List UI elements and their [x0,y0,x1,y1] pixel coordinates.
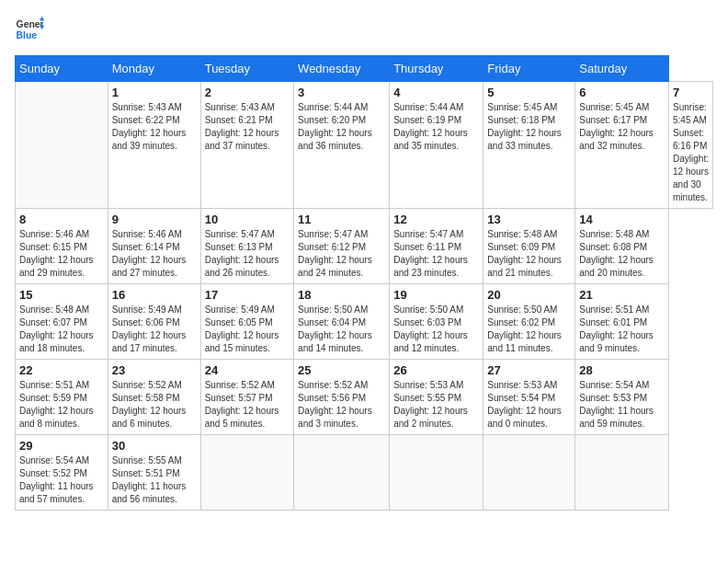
day-number: 9 [112,213,197,226]
day-number: 20 [487,288,571,302]
day-info: Sunrise: 5:49 AM Sunset: 6:06 PM Dayligh… [112,304,197,355]
day-number: 13 [487,213,571,226]
day-info: Sunrise: 5:51 AM Sunset: 6:01 PM Dayligh… [579,304,665,355]
calendar-header-wednesday: Wednesday [294,56,390,82]
day-number: 26 [393,363,479,377]
day-info: Sunrise: 5:45 AM Sunset: 6:16 PM Dayligh… [673,101,709,204]
calendar-header-sunday: Sunday [16,56,108,82]
calendar-week-5: 29Sunrise: 5:54 AM Sunset: 5:52 PM Dayli… [16,435,713,511]
day-info: Sunrise: 5:51 AM Sunset: 5:59 PM Dayligh… [19,379,104,431]
calendar-week-4: 22Sunrise: 5:51 AM Sunset: 5:59 PM Dayli… [16,360,713,435]
calendar-cell: 1Sunrise: 5:43 AM Sunset: 6:22 PM Daylig… [108,82,200,209]
day-info: Sunrise: 5:50 AM Sunset: 6:04 PM Dayligh… [298,304,385,355]
calendar-cell: 7Sunrise: 5:45 AM Sunset: 6:16 PM Daylig… [669,82,713,209]
day-number: 25 [298,363,385,377]
day-number: 7 [673,86,709,99]
calendar-cell [483,435,575,511]
calendar-cell: 16Sunrise: 5:49 AM Sunset: 6:06 PM Dayli… [108,284,200,360]
logo-icon: General Blue [15,15,44,44]
calendar-cell: 21Sunrise: 5:51 AM Sunset: 6:01 PM Dayli… [575,284,669,360]
day-number: 23 [112,363,197,377]
day-number: 15 [19,288,104,302]
day-number: 2 [205,86,290,99]
calendar-cell: 29Sunrise: 5:54 AM Sunset: 5:52 PM Dayli… [16,435,108,511]
day-info: Sunrise: 5:47 AM Sunset: 6:12 PM Dayligh… [298,228,385,280]
calendar-cell: 12Sunrise: 5:47 AM Sunset: 6:11 PM Dayli… [390,209,483,284]
calendar-cell: 14Sunrise: 5:48 AM Sunset: 6:08 PM Dayli… [575,209,669,284]
calendar-cell: 8Sunrise: 5:46 AM Sunset: 6:15 PM Daylig… [16,209,108,284]
calendar-header-saturday: Saturday [575,56,669,82]
day-info: Sunrise: 5:50 AM Sunset: 6:03 PM Dayligh… [393,304,479,355]
calendar-cell: 9Sunrise: 5:46 AM Sunset: 6:14 PM Daylig… [108,209,200,284]
svg-marker-2 [40,17,44,21]
calendar-cell: 26Sunrise: 5:53 AM Sunset: 5:55 PM Dayli… [390,360,483,435]
day-info: Sunrise: 5:54 AM Sunset: 5:53 PM Dayligh… [579,379,665,431]
day-number: 18 [298,288,385,302]
calendar-cell: 23Sunrise: 5:52 AM Sunset: 5:58 PM Dayli… [108,360,200,435]
day-info: Sunrise: 5:47 AM Sunset: 6:13 PM Dayligh… [205,228,290,280]
calendar-table: SundayMondayTuesdayWednesdayThursdayFrid… [15,55,713,511]
day-number: 1 [112,86,197,99]
day-info: Sunrise: 5:53 AM Sunset: 5:54 PM Dayligh… [487,379,571,431]
day-number: 11 [298,213,385,226]
day-number: 30 [112,439,197,453]
calendar-cell: 22Sunrise: 5:51 AM Sunset: 5:59 PM Dayli… [16,360,108,435]
calendar-week-1: 1Sunrise: 5:43 AM Sunset: 6:22 PM Daylig… [16,82,713,209]
calendar-cell: 10Sunrise: 5:47 AM Sunset: 6:13 PM Dayli… [200,209,293,284]
day-number: 12 [393,213,479,226]
calendar-week-2: 8Sunrise: 5:46 AM Sunset: 6:15 PM Daylig… [16,209,713,284]
svg-text:General: General [17,19,44,29]
day-number: 6 [579,86,665,99]
logo: General Blue [15,15,48,44]
calendar-cell: 24Sunrise: 5:52 AM Sunset: 5:57 PM Dayli… [200,360,293,435]
calendar-cell: 5Sunrise: 5:45 AM Sunset: 6:18 PM Daylig… [483,82,575,209]
day-number: 14 [579,213,665,226]
day-info: Sunrise: 5:44 AM Sunset: 6:20 PM Dayligh… [298,101,385,153]
calendar-week-3: 15Sunrise: 5:48 AM Sunset: 6:07 PM Dayli… [16,284,713,360]
calendar-cell: 30Sunrise: 5:55 AM Sunset: 5:51 PM Dayli… [108,435,200,511]
day-info: Sunrise: 5:49 AM Sunset: 6:05 PM Dayligh… [205,304,290,355]
day-number: 17 [205,288,290,302]
day-number: 28 [579,363,665,377]
page-header: General Blue [15,15,713,44]
calendar-cell [575,435,669,511]
calendar-cell: 19Sunrise: 5:50 AM Sunset: 6:03 PM Dayli… [390,284,483,360]
day-info: Sunrise: 5:55 AM Sunset: 5:51 PM Dayligh… [112,454,197,506]
day-info: Sunrise: 5:52 AM Sunset: 5:58 PM Dayligh… [112,379,197,431]
calendar-cell: 25Sunrise: 5:52 AM Sunset: 5:56 PM Dayli… [294,360,390,435]
day-number: 5 [487,86,571,99]
day-info: Sunrise: 5:43 AM Sunset: 6:22 PM Dayligh… [112,101,197,153]
day-number: 16 [112,288,197,302]
calendar-cell: 11Sunrise: 5:47 AM Sunset: 6:12 PM Dayli… [294,209,390,284]
day-number: 4 [393,86,479,99]
calendar-header-monday: Monday [108,56,200,82]
calendar-cell: 27Sunrise: 5:53 AM Sunset: 5:54 PM Dayli… [483,360,575,435]
day-number: 8 [19,213,104,226]
calendar-cell: 15Sunrise: 5:48 AM Sunset: 6:07 PM Dayli… [16,284,108,360]
day-number: 19 [393,288,479,302]
day-info: Sunrise: 5:45 AM Sunset: 6:18 PM Dayligh… [487,101,571,153]
calendar-header-friday: Friday [483,56,575,82]
calendar-cell: 18Sunrise: 5:50 AM Sunset: 6:04 PM Dayli… [294,284,390,360]
day-number: 22 [19,363,104,377]
day-info: Sunrise: 5:52 AM Sunset: 5:57 PM Dayligh… [205,379,290,431]
calendar-cell: 6Sunrise: 5:45 AM Sunset: 6:17 PM Daylig… [575,82,669,209]
day-info: Sunrise: 5:44 AM Sunset: 6:19 PM Dayligh… [393,101,479,153]
day-number: 3 [298,86,385,99]
day-number: 29 [19,439,104,453]
calendar-cell: 4Sunrise: 5:44 AM Sunset: 6:19 PM Daylig… [390,82,483,209]
calendar-cell [16,82,108,209]
calendar-cell: 3Sunrise: 5:44 AM Sunset: 6:20 PM Daylig… [294,82,390,209]
day-info: Sunrise: 5:52 AM Sunset: 5:56 PM Dayligh… [298,379,385,431]
calendar-cell: 20Sunrise: 5:50 AM Sunset: 6:02 PM Dayli… [483,284,575,360]
calendar-cell: 13Sunrise: 5:48 AM Sunset: 6:09 PM Dayli… [483,209,575,284]
day-info: Sunrise: 5:43 AM Sunset: 6:21 PM Dayligh… [205,101,290,153]
calendar-cell: 2Sunrise: 5:43 AM Sunset: 6:21 PM Daylig… [200,82,293,209]
day-number: 24 [205,363,290,377]
calendar-cell: 28Sunrise: 5:54 AM Sunset: 5:53 PM Dayli… [575,360,669,435]
day-info: Sunrise: 5:48 AM Sunset: 6:08 PM Dayligh… [579,228,665,280]
day-info: Sunrise: 5:50 AM Sunset: 6:02 PM Dayligh… [487,304,571,355]
day-number: 21 [579,288,665,302]
day-info: Sunrise: 5:45 AM Sunset: 6:17 PM Dayligh… [579,101,665,153]
day-info: Sunrise: 5:48 AM Sunset: 6:07 PM Dayligh… [19,304,104,355]
